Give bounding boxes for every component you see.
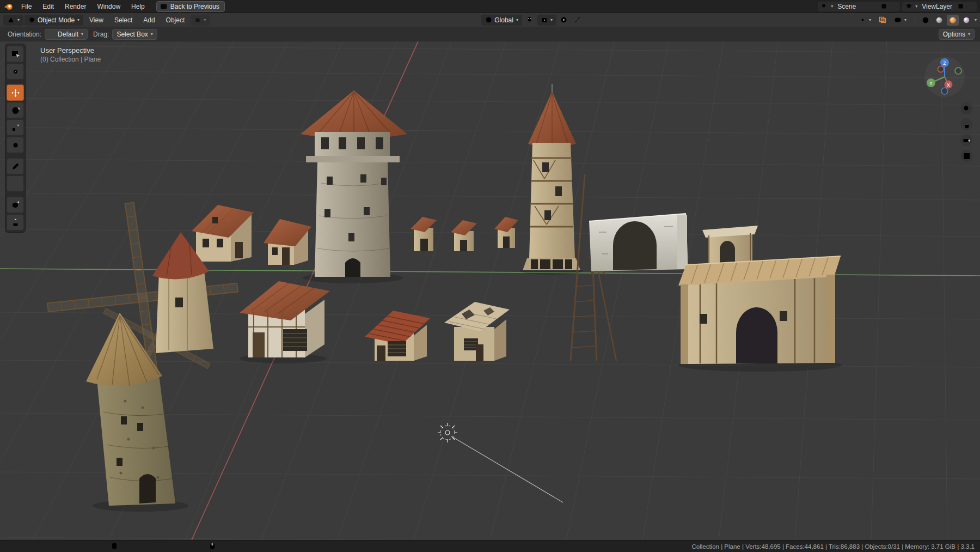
house-red-roof-1[interactable] xyxy=(192,205,254,262)
status-bar: Collection | Plane | Verts:48,695 | Face… xyxy=(0,540,980,552)
scene-statistics: Collection | Plane | Verts:48,695 | Face… xyxy=(691,543,980,550)
pin-scene-icon[interactable] xyxy=(870,3,878,10)
mouse-hint-icon-1 xyxy=(112,542,117,551)
options-dropdown[interactable]: Options ▾ xyxy=(939,29,975,40)
show-overlays-dropdown[interactable]: ▾ xyxy=(890,15,910,26)
remove-viewlayer-icon[interactable] xyxy=(966,3,974,10)
tool-add-cube[interactable] xyxy=(7,197,24,213)
mode-select[interactable]: Object Mode ▾ xyxy=(24,15,83,26)
tool-scale[interactable] xyxy=(7,119,24,136)
tool-settings-bar: Orientation: Default ▾ Drag: Select Box … xyxy=(0,27,980,41)
blender-logo-icon[interactable] xyxy=(3,2,14,11)
proportional-editing-button[interactable] xyxy=(558,15,570,26)
snap-target-icon xyxy=(541,17,548,23)
menu-view[interactable]: View xyxy=(84,15,108,25)
orientation-axes-icon xyxy=(49,31,56,38)
arch-kiosk[interactable] xyxy=(702,226,758,264)
gizmo-z-neg-axis[interactable] xyxy=(941,88,948,94)
blender-window: File Edit Render Window Help Back to Pre… xyxy=(0,0,980,552)
tool-extra-dropdown[interactable]: ▾ xyxy=(191,15,210,26)
shading-dropdown-chevron[interactable]: ▾ xyxy=(975,17,977,22)
stone-arch[interactable] xyxy=(589,214,688,271)
gizmo-x-label: X xyxy=(947,82,950,88)
tool-select-box[interactable] xyxy=(7,46,24,62)
snap-magnet-button[interactable] xyxy=(524,15,536,26)
back-icon xyxy=(160,3,168,10)
orientation-label: Global xyxy=(494,16,513,24)
point-light[interactable] xyxy=(438,423,563,502)
tool-extrude-region[interactable] xyxy=(7,214,24,230)
shading-material-button[interactable] xyxy=(947,15,959,26)
timber-house[interactable] xyxy=(240,281,330,357)
menu-window[interactable]: Window xyxy=(92,2,125,11)
back-to-previous-button[interactable]: Back to Previous xyxy=(156,1,225,12)
watch-tower[interactable] xyxy=(523,84,580,270)
tool-transform[interactable] xyxy=(7,137,24,153)
menu-file[interactable]: File xyxy=(16,2,36,11)
camera-view-icon[interactable] xyxy=(960,134,972,146)
scene-selector[interactable]: ▾ Scene xyxy=(818,2,900,11)
show-gizmo-dropdown[interactable]: ▾ xyxy=(855,15,875,26)
zoom-icon[interactable] xyxy=(960,102,972,114)
proportional-falloff-button[interactable] xyxy=(572,15,584,26)
new-viewlayer-icon[interactable] xyxy=(957,3,964,10)
shading-group: ▾ ▾ ▾ xyxy=(855,15,977,26)
viewport-side-controls xyxy=(960,102,972,162)
scene-canvas[interactable] xyxy=(0,41,980,540)
navigation-gizmo[interactable]: Z Y X xyxy=(923,56,966,98)
tool-annotate[interactable] xyxy=(7,158,24,174)
hut-1[interactable] xyxy=(411,217,437,251)
shading-wireframe-button[interactable] xyxy=(920,15,932,26)
viewlayer-selector[interactable]: ▾ ViewLayer xyxy=(902,2,977,11)
tool-measure[interactable] xyxy=(7,175,24,192)
new-scene-icon[interactable] xyxy=(880,3,887,10)
overlays-icon xyxy=(894,16,902,23)
orientation-default-select[interactable]: Default ▾ xyxy=(45,29,88,40)
transform-snap-group: Global ▾ ▾ xyxy=(481,15,584,26)
hut-3[interactable] xyxy=(494,217,518,248)
gizmo-y-neg-axis[interactable] xyxy=(955,68,961,74)
editor-type-button[interactable]: ▾ xyxy=(3,15,23,26)
mouse-hint-icon-2 xyxy=(210,542,215,551)
unlink-scene-icon[interactable] xyxy=(890,3,897,10)
snap-target-dropdown[interactable]: ▾ xyxy=(537,15,556,26)
shading-rendered-button[interactable] xyxy=(960,15,972,26)
tool-cursor[interactable] xyxy=(7,63,24,80)
menu-render[interactable]: Render xyxy=(60,2,91,11)
tool-rotate[interactable] xyxy=(7,102,24,118)
options-label: Options xyxy=(943,31,965,38)
back-to-previous-label: Back to Previous xyxy=(170,3,219,10)
editor-type-icon xyxy=(7,16,15,23)
house-red-roof-2[interactable] xyxy=(264,219,311,265)
toggle-xray-button[interactable] xyxy=(877,15,889,26)
stone-round-tower[interactable] xyxy=(301,90,407,277)
drag-value: Select Box xyxy=(117,31,148,38)
gate-wall[interactable] xyxy=(678,256,841,364)
scene-name[interactable]: Scene xyxy=(835,3,868,10)
toggle-ortho-icon[interactable] xyxy=(960,150,972,162)
menu-select[interactable]: Select xyxy=(109,15,137,25)
tool-move[interactable] xyxy=(7,84,24,101)
gizmo-icon xyxy=(859,16,866,23)
menu-object[interactable]: Object xyxy=(161,15,190,25)
hut-2[interactable] xyxy=(451,220,477,251)
viewport-header: ▾ Object Mode ▾ View Select Add Object ▾… xyxy=(0,13,980,27)
viewlayer-icon[interactable] xyxy=(905,3,912,10)
menu-add[interactable]: Add xyxy=(138,15,160,25)
menu-help[interactable]: Help xyxy=(126,2,150,11)
shading-solid-button[interactable] xyxy=(933,15,945,26)
patched-roof-house[interactable] xyxy=(444,302,510,361)
viewlayer-name[interactable]: ViewLayer xyxy=(920,3,954,10)
orientation-field-label: Orientation: xyxy=(8,31,41,38)
transform-orientation-select[interactable]: Global ▾ xyxy=(481,15,522,26)
barn-red-roof[interactable] xyxy=(365,311,430,361)
browse-scene-icon[interactable] xyxy=(820,3,828,10)
mode-label: Object Mode xyxy=(38,16,75,24)
menu-edit[interactable]: Edit xyxy=(38,2,59,11)
gizmo-y-label: Y xyxy=(929,81,933,86)
orientation-value: Default xyxy=(58,31,78,38)
viewport-3d[interactable]: User Perspective (0) Collection | Plane xyxy=(0,41,980,540)
gizmo-x-neg-axis[interactable] xyxy=(938,66,944,72)
toolbar xyxy=(5,44,26,233)
pan-hand-icon[interactable] xyxy=(960,118,972,130)
